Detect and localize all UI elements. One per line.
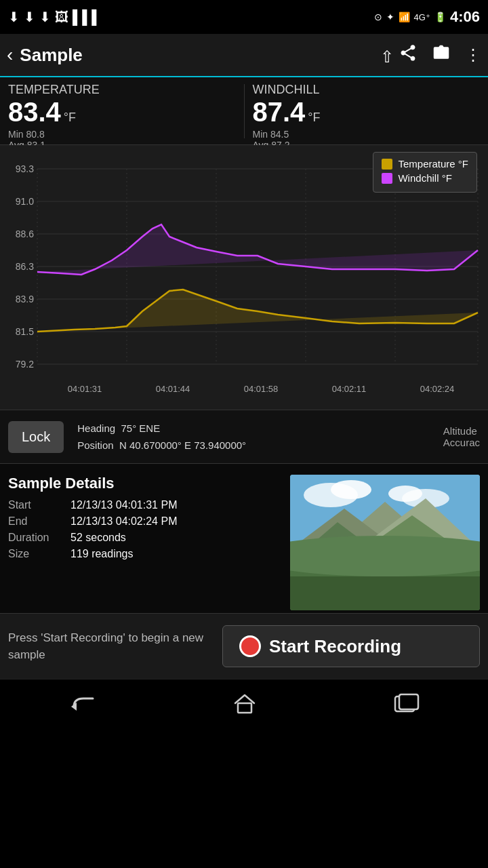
windchill-value: 87.4 [253,97,306,127]
altitude-label: Altitude [443,425,480,437]
temperature-block: Temperature 83.4 °F Min 80.8 Avg 83.1 Ma… [0,77,244,144]
end-label: End [8,515,62,528]
location-icon: ⊙ [374,12,382,22]
clock: 4:06 [450,8,480,26]
heading-label: Heading [77,422,115,434]
bluetooth-icon: ✦ [386,12,394,22]
svg-text:79.2: 79.2 [16,359,34,370]
time-label-4: 04:02:24 [420,384,455,394]
start-value: 12/13/13 04:01:31 PM [70,499,177,511]
top-bar-icons: ⇧ ⋮ [380,43,481,67]
more-menu-button[interactable]: ⋮ [465,45,481,64]
svg-text:81.5: 81.5 [16,326,34,337]
windchill-unit: °F [308,111,320,125]
mountain-svg [290,475,480,610]
position-info: Heading 75° ENE Position N 40.670000° E … [77,420,443,454]
time-label-2: 04:01:58 [244,384,279,394]
legend-temp-color [382,159,392,170]
time-label-3: 04:02:11 [332,384,367,394]
details-title: Sample Details [8,475,279,492]
legend-windchill: Windchill °F [382,172,468,184]
time-axis: 04:01:31 04:01:44 04:01:58 04:02:11 04:0… [7,382,488,397]
windchill-line [37,224,478,275]
legend-temp-label: Temperature °F [398,158,468,170]
recording-hint: Press 'Start Recording' to begin a new s… [8,629,222,664]
position-value: N 40.670000° E 73.940000° [119,439,246,451]
legend-wind-label: Windchill °F [398,172,451,184]
size-label: Size [8,548,62,560]
duration-row: Duration 52 seconds [8,532,279,544]
temperature-label: Temperature [8,83,236,97]
download-icon-1: ⬇ [8,9,20,25]
record-dot-icon [239,635,261,657]
download-icon-3: ⬇ [39,9,51,25]
page-title: Sample [20,45,380,66]
accuracy-label: Accurac [443,437,480,448]
sample-details: Sample Details Start 12/13/13 04:01:31 P… [0,464,488,613]
time-label-0: 04:01:31 [68,384,102,394]
camera-button[interactable] [431,43,451,67]
end-row: End 12/13/13 04:02:24 PM [8,515,279,528]
svg-text:83.9: 83.9 [16,294,34,304]
bottom-nav [0,679,488,732]
start-row: Start 12/13/13 04:01:31 PM [8,499,279,511]
recent-apps-button[interactable] [394,693,420,718]
status-icons-left: ⬇ ⬇ ⬇ 🖼 ▌▌▌ [8,9,102,25]
windchill-block: Windchill 87.4 °F Min 84.5 Avg 87.2 Max … [245,77,489,144]
svg-point-31 [290,536,480,576]
svg-rect-36 [399,694,418,709]
data-header: Temperature 83.4 °F Min 80.8 Avg 83.1 Ma… [0,77,488,145]
back-button[interactable]: ‹ [7,44,13,66]
svg-text:86.3: 86.3 [16,261,34,272]
recording-bar: Press 'Start Recording' to begin a new s… [0,613,488,679]
temperature-value: 83.4 [8,97,61,127]
size-row: Size 119 readings [8,548,279,560]
duration-value: 52 seconds [70,532,126,544]
status-icons-right: ⊙ ✦ 📶 4G⁺ 🔋 4:06 [374,8,480,26]
svg-point-24 [388,486,422,502]
wifi-icon: 📶 [399,12,410,22]
position-label: Position [77,439,113,451]
time-label-1: 04:01:44 [156,384,190,394]
chart-area: Temperature °F Windchill °F .y-label { f… [0,145,488,410]
duration-label: Duration [8,532,62,544]
lock-bar: Lock Heading 75° ENE Position N 40.67000… [0,410,488,464]
svg-text:88.6: 88.6 [16,229,34,239]
top-bar: ‹ Sample ⇧ ⋮ [0,34,488,77]
temperature-line [37,290,478,332]
download-icon-2: ⬇ [24,9,35,25]
details-left: Sample Details Start 12/13/13 04:01:31 P… [8,475,279,602]
start-recording-label: Start Recording [269,636,401,657]
image-icon: 🖼 [55,9,68,25]
lock-button[interactable]: Lock [8,421,64,453]
size-value: 119 readings [70,548,134,560]
legend-temperature: Temperature °F [382,158,468,170]
start-label: Start [8,499,62,511]
start-recording-button[interactable]: Start Recording [222,625,480,667]
signal-icon: 4G⁺ [414,12,430,22]
heading-value: 75° ENE [121,422,160,434]
svg-point-22 [331,480,371,499]
sample-image [290,475,480,610]
share-button[interactable]: ⇧ [380,43,418,66]
svg-rect-32 [290,576,480,610]
end-value: 12/13/13 04:02:24 PM [70,515,177,528]
status-bar: ⬇ ⬇ ⬇ 🖼 ▌▌▌ ⊙ ✦ 📶 4G⁺ 🔋 4:06 [0,0,488,34]
barcode-icon: ▌▌▌ [73,9,102,25]
legend-wind-color [382,173,392,184]
battery-icon: 🔋 [434,12,446,22]
chart-legend: Temperature °F Windchill °F [373,152,477,193]
temperature-unit: °F [64,111,76,125]
svg-text:93.3: 93.3 [16,163,34,174]
svg-rect-34 [238,703,251,713]
svg-text:91.0: 91.0 [16,196,34,207]
back-nav-button[interactable] [68,693,96,718]
windchill-label: Windchill [253,83,481,97]
altitude-section: Altitude Accurac [443,425,480,448]
home-button[interactable] [232,692,257,719]
